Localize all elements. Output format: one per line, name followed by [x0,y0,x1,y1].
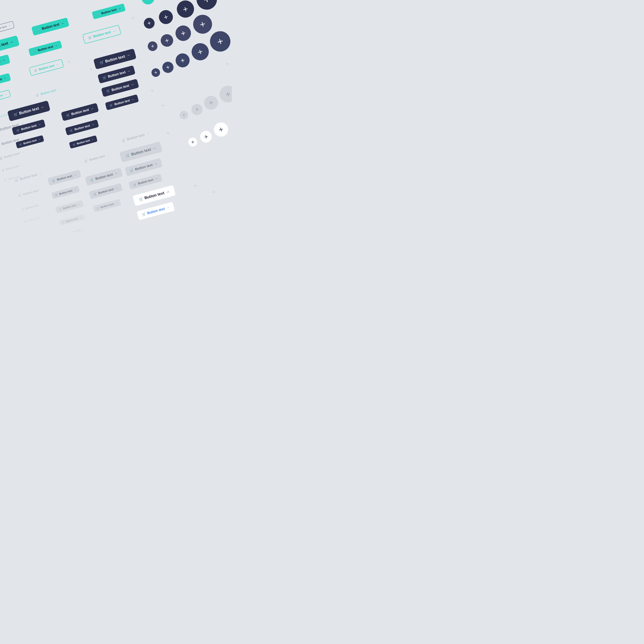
btn-label: Button text [41,22,60,31]
plus-white-lg-1[interactable]: + [212,120,230,139]
cart-icon: 🛒 [36,27,41,32]
btn-ghost-mid-2[interactable]: 🛒 Button text → [14,184,47,200]
btn-teal-lg-2[interactable]: 🛒 Button text → [0,54,11,73]
plus-dark-mid-6[interactable]: + [208,29,232,54]
btn-gray-ghost-1[interactable]: 🛒 Button text → [117,128,155,146]
btn-dark-lg-2[interactable]: 🛒 Button text → [61,103,99,121]
cross-deco-8: + [166,130,170,136]
btn-ghost-mid-1[interactable]: 🛒 Button text → [9,168,47,186]
cart-icon: 🛒 [59,208,62,211]
btn-teal-ghost-md[interactable]: 🛒 Button text → [31,84,65,100]
arrow-icon: → [126,69,131,74]
cart-icon: 🛒 [88,35,92,40]
plus-teal-lg-1[interactable]: + [140,0,156,6]
plus-gray-lg-1[interactable]: + [202,94,220,111]
plus-dark-mid-xl[interactable]: + [191,13,214,36]
btn-label: Button text [89,154,105,162]
btn-ghost-bottom[interactable]: 🛒 Button text → [62,226,88,232]
arrow-icon: → [39,203,43,206]
btn-label: Button text [19,173,38,181]
cross-deco-4: + [150,88,154,94]
plus-dark-xl-1[interactable]: + [194,0,219,12]
plus-gray-md-1[interactable]: + [190,103,204,116]
btn-label: Button text [135,163,153,171]
arrow-icon: → [20,136,24,141]
btn-label: Button text [138,178,154,185]
btn-teal-outline-lg[interactable]: 🛒 Button text → [82,25,121,44]
btn-ghost-mid-3[interactable]: 🛒 Button text → [17,200,46,214]
arrow-icon: → [8,24,11,27]
btn-dark-sm-2[interactable]: 🛒 Button text → [69,135,98,149]
btn-label: Button text [56,174,73,181]
btn-label: Button text [131,147,152,157]
plus-gray-xl-1[interactable]: + [218,84,232,105]
arrow-icon: → [130,82,134,87]
cart-icon: 🛒 [13,112,18,117]
plus-dark-mid-4[interactable]: + [174,52,191,69]
cart-icon: 🛒 [72,143,76,146]
plus-dark-mid-sm[interactable]: + [147,40,158,52]
cart-icon: 🛒 [84,159,88,163]
btn-label: Button text [6,164,20,171]
arrow-icon: → [106,153,109,157]
arrow-icon: → [39,187,43,191]
btn-gray-sm-2[interactable]: 🛒 Button text → [93,199,122,213]
plus-dark-mid-2[interactable]: + [150,67,161,78]
arrow-icon: → [153,162,158,166]
arrow-icon: → [131,97,135,102]
btn-ghost-mid-4[interactable]: 🛒 Button text → [21,213,47,225]
plus-white-md-1[interactable]: + [198,129,214,144]
btn-label: Button text [0,77,2,85]
btn-label: Button text [0,123,19,132]
cart-icon: 🛒 [14,178,19,182]
arrow-icon: → [9,39,14,45]
btn-gray-md-2[interactable]: 🛒 Button text → [89,183,123,199]
arrow-icon: → [20,163,23,167]
plus-teal-xl-1[interactable]: + [157,0,177,1]
btn-dark-md-3[interactable]: 🛒 Button text → [105,94,139,110]
plus-dark-mid-5[interactable]: + [190,41,211,62]
plus-dark-sm-1[interactable]: + [143,17,156,30]
arrow-icon: → [54,43,58,47]
btn-dark-xl-2[interactable]: 🛒 Button text → [7,100,50,122]
btn-label: Button text [19,106,39,116]
btn-label: Button text [23,189,39,196]
btn-gray-ghost-2[interactable]: 🛒 Button text → [80,150,114,166]
btn-teal-md-3[interactable]: 🛒 Button text → [0,73,11,89]
cart-icon: 🛒 [4,179,7,182]
plus-gray-sm-1[interactable]: + [179,110,189,120]
btn-teal-outline-md[interactable]: 🛒 Button text → [29,59,64,76]
btn-label: Button text [114,99,130,106]
btn-dark-xs-ghost[interactable]: 🛒 Button text → [0,21,15,35]
cross-deco-2: + [67,59,71,65]
btn-ghost-faded-1[interactable]: 🛒 Button text → [0,147,29,163]
plus-dark-mid-3[interactable]: + [161,61,175,74]
plus-dark-mid-md[interactable]: + [159,33,175,48]
btn-label: Button text [144,191,165,200]
plus-dark-md-1[interactable]: + [157,9,175,26]
arrow-icon: → [20,121,25,126]
plus-dark-mid-lg[interactable]: + [174,24,193,43]
btn-teal-lg-1[interactable]: 🛒 Button text → [31,17,69,36]
btn-ghost-faded-2[interactable]: 🛒 Button text → [0,161,27,175]
btn-teal-md-2[interactable]: 🛒 Button text → [28,40,62,56]
arrow-icon: → [38,138,41,141]
btn-gray-xs-1[interactable]: 🛒 Button text → [59,214,85,226]
cart-icon: 🛒 [90,178,94,182]
plus-white-sm-1[interactable]: + [187,136,199,148]
btn-gray-sm-1[interactable]: 🛒 Button text → [51,185,80,199]
cart-icon: 🛒 [121,138,126,143]
plus-dark-lg-1[interactable]: + [175,0,196,20]
btn-teal-xl-1[interactable]: 🛒 Button text → [0,35,20,56]
btn-gray-md-3[interactable]: 🛒 Button text → [128,174,162,190]
btn-teal-md-top[interactable]: 🛒 Button text → [92,3,126,20]
btn-teal-outline-sm[interactable]: 🛒 Button text → [0,90,11,104]
btn-label: Button text [76,139,90,145]
btn-dark-md-2[interactable]: 🛒 Button text → [65,119,99,135]
btn-gray-lg-1[interactable]: 🛒 Button text → [85,167,123,186]
btn-gray-lg-2[interactable]: 🛒 Button text → [125,158,163,176]
btn-gray-sm-3[interactable]: 🛒 Button text → [55,200,84,214]
btn-label: Button text [147,207,165,215]
btn-label: Button text [111,84,130,92]
btn-label: Button text [98,187,114,195]
